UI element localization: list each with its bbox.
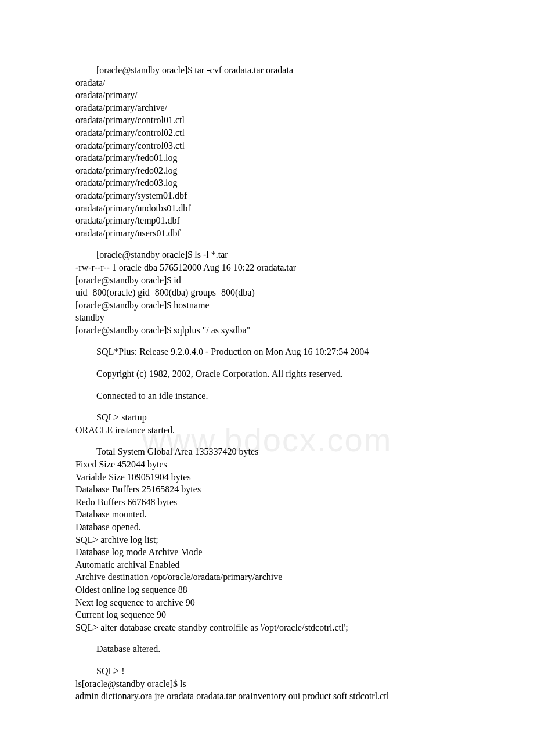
text-line: oradata/primary/redo01.log xyxy=(75,152,464,164)
text-line: Automatic archival Enabled xyxy=(75,559,464,571)
text-line: oradata/primary/ xyxy=(75,89,464,102)
text-line: Database Buffers 25165824 bytes xyxy=(75,483,464,496)
text-line: [oracle@standby oracle]$ ls -l *.tar xyxy=(75,249,464,261)
text-line: oradata/primary/control02.ctl xyxy=(75,127,464,139)
text-line: oradata/primary/temp01.dbf xyxy=(75,214,464,227)
text-line: Total System Global Area 135337420 bytes xyxy=(75,445,464,458)
text-line: oradata/primary/redo02.log xyxy=(75,164,464,177)
text-line: oradata/ xyxy=(75,77,464,89)
text-line: SQL*Plus: Release 9.2.0.4.0 - Production… xyxy=(75,345,464,358)
text-line: SQL> archive log list; xyxy=(75,534,464,546)
text-line: Redo Buffers 667648 bytes xyxy=(75,496,464,509)
text-line: Database opened. xyxy=(75,521,464,534)
text-line: oradata/primary/undotbs01.dbf xyxy=(75,202,464,215)
text-line: oradata/primary/control01.ctl xyxy=(75,114,464,127)
text-line: Variable Size 109051904 bytes xyxy=(75,471,464,484)
text-line: standby xyxy=(75,311,464,324)
text-line: Database log mode Archive Mode xyxy=(75,546,464,559)
text-line: oradata/primary/archive/ xyxy=(75,102,464,114)
text-line: Next log sequence to archive 90 xyxy=(75,596,464,609)
text-line: uid=800(oracle) gid=800(dba) groups=800(… xyxy=(75,286,464,299)
text-line: ORACLE instance started. xyxy=(75,424,464,437)
text-line: SQL> alter database create standby contr… xyxy=(75,621,464,634)
text-line: [oracle@standby oracle]$ hostname xyxy=(75,299,464,312)
text-line: oradata/primary/control03.ctl xyxy=(75,139,464,152)
text-line: oradata/primary/system01.dbf xyxy=(75,189,464,202)
document-page: [oracle@standby oracle]$ tar -cvf oradat… xyxy=(0,0,534,756)
text-line: Fixed Size 452044 bytes xyxy=(75,458,464,471)
text-line: oradata/primary/redo03.log xyxy=(75,177,464,189)
text-line: -rw-r--r-- 1 oracle dba 576512000 Aug 16… xyxy=(75,261,464,274)
document-body: [oracle@standby oracle]$ tar -cvf oradat… xyxy=(75,64,464,703)
text-line: Archive destination /opt/oracle/oradata/… xyxy=(75,571,464,584)
text-line: [oracle@standby oracle]$ id xyxy=(75,274,464,287)
text-line: Database mounted. xyxy=(75,508,464,521)
text-line: SQL> startup xyxy=(75,411,464,424)
text-line: oradata/primary/users01.dbf xyxy=(75,227,464,240)
text-line: SQL> ! xyxy=(75,665,464,678)
text-line: [oracle@standby oracle]$ tar -cvf oradat… xyxy=(75,64,464,77)
text-line: Database altered. xyxy=(75,643,464,656)
text-line: Copyright (c) 1982, 2002, Oracle Corpora… xyxy=(75,368,464,380)
text-line: Current log sequence 90 xyxy=(75,609,464,621)
text-line: ls[oracle@standby oracle]$ ls xyxy=(75,678,464,690)
text-line: Connected to an idle instance. xyxy=(75,390,464,402)
text-line: [oracle@standby oracle]$ sqlplus "/ as s… xyxy=(75,324,464,337)
text-line: admin dictionary.ora jre oradata oradata… xyxy=(75,690,464,703)
text-line: Oldest online log sequence 88 xyxy=(75,584,464,596)
